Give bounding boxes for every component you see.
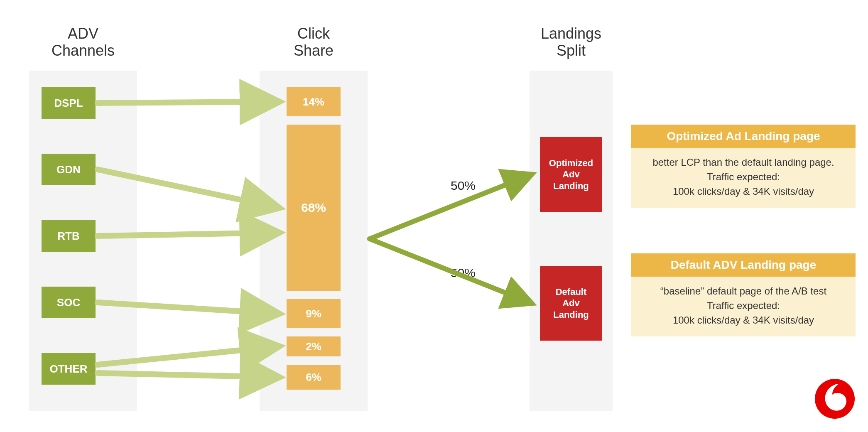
label: RTB [57, 230, 79, 243]
channel-other: OTHER [42, 353, 96, 385]
label: 68% [301, 201, 326, 215]
line: Traffic expected: [640, 299, 847, 313]
landing-default: Default Adv Landing [540, 266, 602, 341]
card-optimized-body: better LCP than the default landing page… [631, 148, 856, 208]
text: Channels [51, 42, 115, 59]
line: Traffic expected: [640, 170, 847, 184]
label: SOC [57, 296, 80, 309]
channel-dspl: DSPL [42, 87, 96, 119]
text: Landings [541, 25, 601, 42]
col-title-channels: ADV Channels [42, 25, 125, 59]
label: 14% [303, 96, 324, 108]
label: 6% [306, 371, 321, 384]
label: OTHER [50, 363, 88, 376]
share-14: 14% [287, 87, 341, 116]
share-68: 68% [287, 125, 341, 291]
line: 100k clicks/day & 34K visits/day [640, 184, 847, 199]
text: Split [557, 42, 586, 59]
card-default: Default ADV Landing page “baseline” defa… [631, 253, 856, 336]
arrows-share-to-landings [370, 174, 532, 303]
label: Default Adv Landing [553, 286, 589, 321]
line: “baseline” default page of the A/B test [640, 284, 847, 299]
card-default-title: Default ADV Landing page [631, 253, 856, 277]
channel-gdn: GDN [42, 154, 96, 185]
card-optimized-title: Optimized Ad Landing page [631, 125, 856, 148]
col-bg-landings [530, 71, 613, 411]
channel-soc: SOC [42, 287, 96, 318]
card-optimized: Optimized Ad Landing page better LCP tha… [631, 125, 856, 208]
label: GDN [56, 163, 81, 176]
share-6: 6% [287, 365, 341, 390]
split-label-bottom: 50% [451, 266, 476, 280]
text: Share [294, 42, 333, 59]
line: 100k clicks/day & 34K visits/day [640, 313, 847, 328]
card-default-body: “baseline” default page of the A/B test … [631, 277, 856, 336]
label: DSPL [54, 97, 83, 110]
diagram-stage: ADV Channels Click Share Landings Split … [0, 0, 868, 432]
line: better LCP than the default landing page… [640, 155, 847, 170]
text: Click [297, 25, 330, 42]
label: 9% [306, 307, 321, 320]
channel-rtb: RTB [42, 220, 96, 252]
share-2: 2% [287, 336, 341, 356]
col-title-clickshare: Click Share [272, 25, 355, 59]
col-title-landings: Landings Split [525, 25, 617, 59]
split-label-top: 50% [451, 179, 476, 193]
vodafone-logo-icon [814, 378, 856, 420]
landing-optimized: Optimized Adv Landing [540, 137, 602, 212]
label: Optimized Adv Landing [549, 157, 593, 192]
text: ADV [68, 25, 98, 42]
share-9: 9% [287, 299, 341, 328]
label: 2% [306, 340, 321, 353]
